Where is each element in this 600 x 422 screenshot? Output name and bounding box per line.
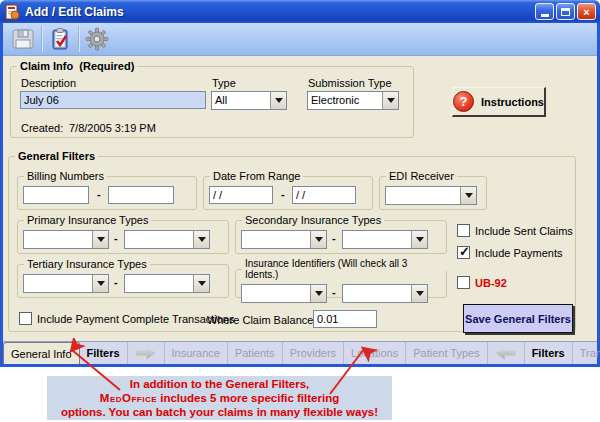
close-icon: × [583, 6, 589, 18]
identifiers-from-dropdown[interactable] [241, 284, 327, 303]
primary-to-dropdown[interactable] [124, 230, 210, 249]
save-general-filters-button[interactable]: Save General Filters [463, 304, 573, 333]
secondary-to-dropdown[interactable] [342, 230, 428, 249]
tab-providers[interactable]: Providers [283, 342, 344, 364]
tertiary-from-dropdown[interactable] [23, 274, 109, 293]
range-dash: - [281, 188, 285, 200]
tab-scroll-right[interactable] [128, 342, 165, 364]
minimize-button[interactable] [535, 3, 554, 20]
chevron-down-icon[interactable] [411, 231, 427, 248]
tertiary-insurance-legend: Tertiary Insurance Types [24, 258, 150, 270]
submission-type-dropdown[interactable]: Electronic [307, 91, 399, 110]
secondary-insurance-group: Secondary Insurance Types - [235, 214, 447, 254]
description-input[interactable] [20, 91, 206, 109]
chevron-down-icon[interactable] [310, 231, 326, 248]
chevron-down-icon[interactable] [92, 275, 108, 292]
save-button[interactable] [7, 25, 39, 53]
identifiers-to-dropdown[interactable] [342, 284, 428, 303]
secondary-from-dropdown[interactable] [241, 230, 327, 249]
tab-general-info[interactable]: General Info [3, 342, 80, 364]
callout-line-3: options. You can batch your claims in ma… [61, 405, 378, 419]
range-dash: - [114, 276, 118, 288]
settings-button[interactable] [81, 25, 113, 53]
checkbox-box[interactable] [457, 276, 470, 289]
chevron-down-icon[interactable] [460, 187, 476, 204]
window-title: Add / Edit Claims [25, 5, 124, 19]
description-label: Description [21, 77, 76, 89]
chevron-down-icon[interactable] [92, 231, 108, 248]
primary-insurance-legend: Primary Insurance Types [24, 214, 151, 226]
chevron-down-icon[interactable] [382, 92, 398, 109]
maximize-button[interactable] [556, 3, 575, 20]
date-from-input[interactable] [209, 186, 273, 204]
insurance-identifiers-legend: Insurance Identifiers (Will check all 3 … [242, 258, 446, 280]
tab-patients[interactable]: Patients [228, 342, 283, 364]
tab-transactions[interactable]: Transactions [573, 342, 600, 364]
type-label: Type [212, 77, 236, 89]
secondary-insurance-legend: Secondary Insurance Types [242, 214, 384, 226]
tab-filters-1[interactable]: Filters [80, 342, 128, 364]
chevron-down-icon[interactable] [193, 275, 209, 292]
dialog-body: Claim Info (Required) Description Type A… [3, 56, 597, 341]
callout-line-2: MedOffice includes 5 more specific filte… [100, 391, 339, 405]
clipboard-check-icon [48, 27, 72, 51]
save-floppy-icon [11, 27, 35, 51]
checkbox-box[interactable] [19, 312, 32, 325]
type-dropdown[interactable]: All [211, 91, 287, 110]
billing-numbers-group: Billing Numbers - [17, 170, 197, 210]
claims-form-icon [4, 4, 20, 20]
close-button[interactable]: × [577, 3, 596, 20]
billing-to-input[interactable] [108, 186, 174, 204]
toolbar [3, 23, 597, 56]
ub92-checkbox[interactable]: UB-92 [457, 276, 507, 289]
checkbox-box[interactable] [457, 224, 470, 237]
billing-from-input[interactable] [23, 186, 89, 204]
tertiary-insurance-group: Tertiary Insurance Types - [17, 258, 229, 298]
claim-balance-label: Where Claim Balance >= [207, 314, 329, 326]
general-filters-legend: General Filters [15, 150, 98, 162]
maximize-icon [561, 8, 570, 16]
general-filters-group: General Filters Billing Numbers - Date F… [8, 150, 576, 332]
instructions-label: Instructions [481, 96, 544, 108]
submission-type-label: Submission Type [308, 77, 392, 89]
chevron-down-icon[interactable] [310, 285, 326, 302]
edi-receiver-group: EDI Receiver [379, 170, 487, 210]
arrow-right-icon [136, 347, 156, 360]
arrow-left-icon [496, 347, 516, 360]
claim-info-legend: Claim Info (Required) [17, 60, 137, 72]
tab-locations[interactable]: Locations [344, 342, 406, 364]
brand-name: MedOffice [100, 392, 157, 404]
toolbar-separator [78, 26, 79, 52]
chevron-down-icon[interactable] [193, 231, 209, 248]
insurance-identifiers-group: Insurance Identifiers (Will check all 3 … [235, 258, 447, 298]
titlebar[interactable]: Add / Edit Claims × [0, 0, 600, 23]
tab-insurance[interactable]: Insurance [165, 342, 228, 364]
primary-from-dropdown[interactable] [23, 230, 109, 249]
date-from-range-legend: Date From Range [210, 170, 303, 182]
edi-receiver-dropdown[interactable] [385, 186, 477, 205]
primary-insurance-group: Primary Insurance Types - [17, 214, 229, 254]
claim-info-group: Claim Info (Required) Description Type A… [10, 60, 414, 138]
include-payment-complete-checkbox[interactable]: Include Payment Complete Transactions [19, 312, 235, 325]
minimize-icon [541, 14, 549, 17]
tab-patient-types[interactable]: Patient Types [406, 342, 487, 364]
include-sent-claims-checkbox[interactable]: Include Sent Claims [457, 224, 573, 237]
created-value: 7/8/2005 3:19 PM [69, 122, 156, 134]
validate-button[interactable] [44, 25, 76, 53]
chevron-down-icon[interactable] [411, 285, 427, 302]
chevron-down-icon[interactable] [270, 92, 286, 109]
date-to-input[interactable] [292, 186, 356, 204]
question-mark-icon: ? [453, 91, 474, 112]
tab-scroll-left[interactable] [488, 342, 525, 364]
tabstrip: General Info Filters Insurance Patients … [3, 341, 597, 364]
range-dash: - [97, 188, 101, 200]
tertiary-to-dropdown[interactable] [124, 274, 210, 293]
range-dash: - [114, 232, 118, 244]
check-icon: ✓ [459, 244, 470, 259]
include-payments-checkbox[interactable]: ✓ Include Payments [457, 246, 562, 259]
billing-numbers-legend: Billing Numbers [24, 170, 107, 182]
tab-filters-2[interactable]: Filters [525, 342, 573, 364]
checkbox-box[interactable]: ✓ [457, 246, 470, 259]
claim-balance-input[interactable] [313, 310, 377, 328]
instructions-button[interactable]: ? Instructions [452, 87, 546, 117]
